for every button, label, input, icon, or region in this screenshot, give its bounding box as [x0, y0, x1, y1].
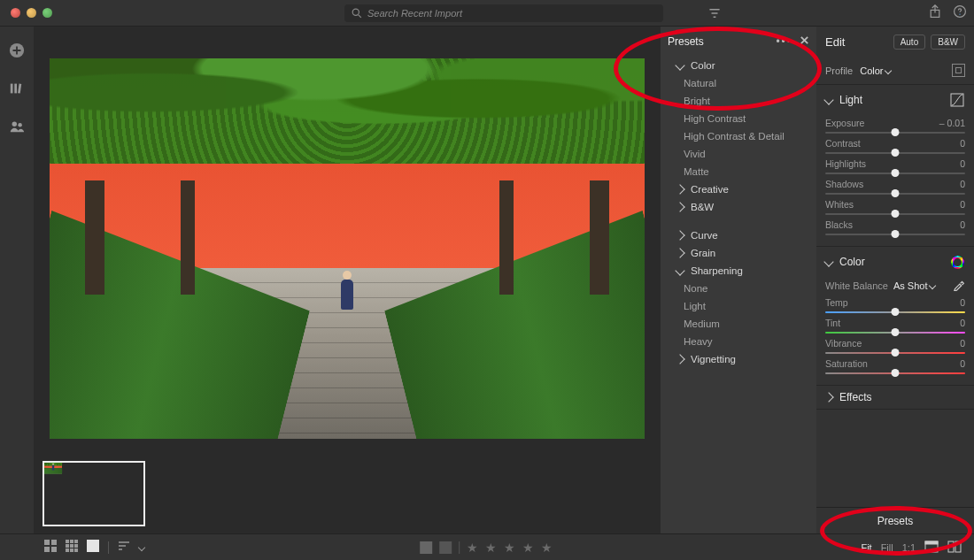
preset-item-matte[interactable]: Matte	[661, 163, 816, 180]
svg-rect-8	[18, 84, 21, 94]
preset-item-light[interactable]: Light	[661, 297, 816, 315]
exposure-slider[interactable]: Exposure– 0.01	[825, 118, 965, 134]
image-viewer	[34, 27, 661, 533]
svg-rect-18	[74, 540, 78, 543]
preset-item-vivid[interactable]: Vivid	[661, 145, 816, 163]
filter-icon[interactable]	[708, 7, 721, 22]
svg-rect-25	[87, 540, 99, 552]
wb-label: White Balance	[825, 280, 888, 291]
temp-slider[interactable]: Temp0	[825, 297, 965, 313]
svg-rect-29	[955, 541, 961, 552]
search-placeholder: Search Recent Import	[367, 8, 462, 19]
zoom-fit[interactable]: Fit	[861, 542, 871, 553]
preset-group-bw[interactable]: B&W	[661, 198, 816, 216]
preset-item-natural[interactable]: Natural	[661, 74, 816, 92]
svg-rect-15	[51, 547, 57, 552]
color-section-title[interactable]: Color	[839, 256, 865, 268]
preset-item-high-contrast[interactable]: High Contrast	[661, 110, 816, 127]
svg-rect-27	[925, 541, 938, 544]
shadows-slider[interactable]: Shadows0	[825, 179, 965, 195]
effects-section-title[interactable]: Effects	[839, 391, 871, 403]
add-photo-icon[interactable]	[9, 42, 25, 61]
preset-item-none[interactable]: None	[661, 280, 816, 297]
bw-button[interactable]: B&W	[931, 35, 965, 50]
minimize-window-button[interactable]	[27, 8, 36, 18]
svg-rect-17	[70, 540, 73, 543]
close-window-button[interactable]	[11, 8, 20, 18]
preset-group-sharpening[interactable]: Sharpening	[661, 262, 816, 280]
sort-icon[interactable]	[118, 540, 130, 555]
left-toolbar	[0, 27, 34, 533]
preset-item-bright[interactable]: Bright	[661, 92, 816, 110]
svg-rect-14	[44, 547, 50, 552]
contrast-slider[interactable]: Contrast0	[825, 138, 965, 154]
svg-rect-22	[66, 548, 69, 552]
whites-slider[interactable]: Whites0	[825, 199, 965, 215]
search-icon	[352, 8, 362, 19]
blacks-slider[interactable]: Blacks0	[825, 219, 965, 235]
main-photo[interactable]	[50, 58, 645, 439]
svg-rect-24	[74, 548, 78, 552]
tone-curve-icon[interactable]	[949, 92, 965, 108]
vibrance-slider[interactable]: Vibrance0	[825, 338, 965, 354]
color-mixer-icon[interactable]	[949, 254, 965, 270]
bottom-bar: ★ ★ ★ ★ ★ Fit Fill 1:1	[0, 533, 974, 560]
preset-item-heavy[interactable]: Heavy	[661, 333, 816, 350]
zoom-1to1[interactable]: 1:1	[902, 542, 916, 553]
preset-group-curve[interactable]: Curve	[661, 226, 816, 244]
svg-rect-7	[14, 84, 17, 94]
share-icon[interactable]	[928, 4, 942, 21]
sort-chevron-icon[interactable]	[138, 543, 145, 550]
preset-group-vignetting[interactable]: Vignetting	[661, 350, 816, 368]
auto-button[interactable]: Auto	[893, 35, 926, 50]
svg-rect-12	[44, 540, 50, 545]
svg-rect-28	[948, 541, 954, 552]
flag-pick-icon[interactable]	[420, 541, 432, 554]
search-input[interactable]: Search Recent Import	[344, 4, 663, 22]
edit-title: Edit	[825, 35, 845, 49]
presets-more-icon[interactable]: •••	[776, 35, 792, 48]
presets-title: Presets	[668, 35, 704, 48]
info-overlay-icon[interactable]	[924, 541, 939, 555]
preset-item-medium[interactable]: Medium	[661, 315, 816, 333]
svg-rect-23	[70, 548, 73, 552]
svg-rect-19	[66, 544, 69, 548]
help-icon[interactable]	[953, 4, 967, 21]
svg-rect-21	[74, 544, 78, 548]
svg-rect-20	[70, 544, 73, 548]
zoom-fill[interactable]: Fill	[881, 542, 893, 553]
close-presets-icon[interactable]	[792, 35, 809, 48]
wb-dropdown[interactable]: As Shot	[893, 280, 936, 291]
detail-view-icon[interactable]	[87, 540, 99, 555]
light-section-title[interactable]: Light	[839, 94, 862, 106]
grid-view-icon[interactable]	[44, 540, 57, 555]
maximize-window-button[interactable]	[43, 8, 52, 18]
title-bar: Search Recent Import	[0, 0, 974, 27]
svg-rect-16	[66, 540, 69, 543]
profile-label: Profile	[825, 65, 853, 76]
svg-line-1	[359, 14, 361, 17]
preset-group-color[interactable]: Color	[661, 57, 816, 74]
saturation-slider[interactable]: Saturation0	[825, 358, 965, 374]
highlights-slider[interactable]: Highlights0	[825, 158, 965, 174]
flag-reject-icon[interactable]	[439, 541, 452, 554]
square-grid-icon[interactable]	[66, 540, 78, 555]
star-rating[interactable]: ★ ★ ★ ★ ★	[467, 541, 554, 555]
svg-point-9	[12, 122, 17, 127]
svg-rect-13	[51, 540, 57, 545]
svg-point-4	[959, 14, 960, 15]
svg-rect-6	[11, 84, 13, 94]
library-icon[interactable]	[9, 81, 25, 99]
preset-item-high-contrast-detail[interactable]: High Contrast & Detail	[661, 127, 816, 145]
profile-dropdown[interactable]: Color	[860, 65, 891, 76]
filmstrip-thumb[interactable]	[43, 461, 145, 526]
preset-group-grain[interactable]: Grain	[661, 244, 816, 262]
profile-browser-icon[interactable]	[952, 64, 965, 77]
tint-slider[interactable]: Tint0	[825, 318, 965, 334]
presets-button[interactable]: Presets	[816, 507, 974, 533]
eyedropper-icon[interactable]	[953, 279, 965, 293]
window-controls	[0, 8, 52, 18]
preset-group-creative[interactable]: Creative	[661, 180, 816, 198]
people-icon[interactable]	[9, 119, 25, 137]
show-original-icon[interactable]	[947, 541, 962, 555]
